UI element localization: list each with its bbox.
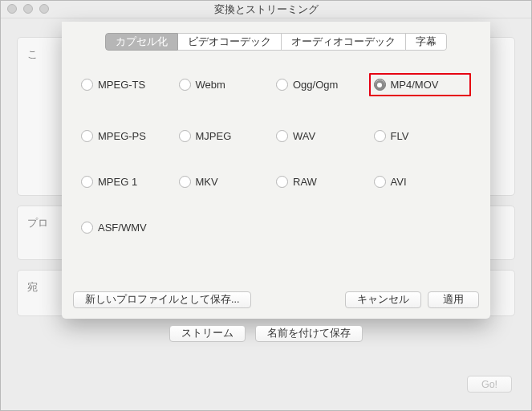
- format-label: Webm: [196, 79, 225, 91]
- format-label: MP4/MOV: [391, 79, 439, 91]
- app-window: 変換とストリーミング こ プロ 宛 カプセル化ビデオコーデックオーディオコーデッ…: [0, 0, 532, 411]
- format-radio-mpeg-1[interactable]: MPEG 1: [81, 176, 179, 188]
- apply-button[interactable]: 適用: [428, 291, 479, 308]
- destination-label: 宛: [27, 281, 38, 293]
- format-radio-raw[interactable]: RAW: [276, 176, 374, 188]
- close-icon[interactable]: [7, 4, 17, 14]
- format-label: WAV: [293, 130, 315, 142]
- format-radio-wav[interactable]: WAV: [276, 130, 374, 142]
- cancel-button[interactable]: キャンセル: [345, 291, 421, 308]
- format-radio-group: MPEG-TSWebmOgg/OgmMP4/MOVMPEG-PSMJPEGWAV…: [81, 73, 471, 234]
- profile-label: プロ: [27, 217, 48, 229]
- format-label: MJPEG: [196, 130, 232, 142]
- format-label: Ogg/Ogm: [293, 79, 338, 91]
- save-as-button[interactable]: 名前を付けて保存: [255, 325, 363, 342]
- radio-icon: [374, 79, 386, 91]
- save-profile-button[interactable]: 新しいプロファイルとして保存...: [73, 291, 251, 308]
- tab-0[interactable]: カプセル化: [105, 33, 178, 51]
- titlebar: 変換とストリーミング: [1, 1, 531, 18]
- stream-button[interactable]: ストリーム: [169, 325, 246, 342]
- encapsulation-sheet: カプセル化ビデオコーデックオーディオコーデック字幕 MPEG-TSWebmOgg…: [62, 22, 490, 319]
- radio-icon: [81, 79, 93, 91]
- format-label: MPEG-PS: [98, 130, 146, 142]
- tab-2[interactable]: オーディオコーデック: [282, 33, 406, 51]
- window-traffic-lights: [7, 4, 49, 14]
- highlight-box: MP4/MOV: [369, 73, 472, 96]
- format-radio-mpeg-ts[interactable]: MPEG-TS: [81, 73, 179, 96]
- radio-icon: [81, 176, 93, 188]
- radio-icon: [276, 176, 288, 188]
- format-label: MPEG-TS: [98, 79, 145, 91]
- radio-icon: [276, 130, 288, 142]
- format-label: AVI: [391, 176, 407, 188]
- format-label: MPEG 1: [98, 176, 137, 188]
- format-radio-asf-wmv[interactable]: ASF/WMV: [81, 222, 179, 234]
- tab-1[interactable]: ビデオコーデック: [178, 33, 282, 51]
- format-label: RAW: [293, 176, 317, 188]
- radio-icon: [81, 222, 93, 234]
- radio-icon: [179, 176, 191, 188]
- format-radio-ogg-ogm[interactable]: Ogg/Ogm: [276, 73, 374, 96]
- radio-icon: [81, 130, 93, 142]
- go-button[interactable]: Go!: [467, 376, 512, 393]
- format-radio-webm[interactable]: Webm: [179, 73, 277, 96]
- format-radio-mkv[interactable]: MKV: [179, 176, 277, 188]
- format-label: ASF/WMV: [98, 222, 147, 234]
- format-radio-mjpeg[interactable]: MJPEG: [179, 130, 277, 142]
- format-radio-flv[interactable]: FLV: [374, 130, 472, 142]
- radio-icon: [179, 79, 191, 91]
- radio-icon: [276, 79, 288, 91]
- tab-bar: カプセル化ビデオコーデックオーディオコーデック字幕: [62, 33, 490, 51]
- zoom-icon[interactable]: [39, 4, 49, 14]
- format-label: MKV: [196, 176, 218, 188]
- format-radio-mp4-mov[interactable]: MP4/MOV: [374, 79, 465, 91]
- minimize-icon[interactable]: [23, 4, 33, 14]
- radio-icon: [179, 130, 191, 142]
- sheet-footer: 新しいプロファイルとして保存... キャンセル 適用: [62, 280, 490, 319]
- window-title: 変換とストリーミング: [214, 2, 319, 17]
- tab-3[interactable]: 字幕: [406, 33, 447, 51]
- format-label: FLV: [391, 130, 409, 142]
- main-action-buttons: ストリーム 名前を付けて保存: [1, 325, 531, 342]
- radio-icon: [374, 130, 386, 142]
- sources-label: こ: [27, 48, 38, 60]
- format-radio-avi[interactable]: AVI: [374, 176, 472, 188]
- format-radio-mpeg-ps[interactable]: MPEG-PS: [81, 130, 179, 142]
- radio-icon: [374, 176, 386, 188]
